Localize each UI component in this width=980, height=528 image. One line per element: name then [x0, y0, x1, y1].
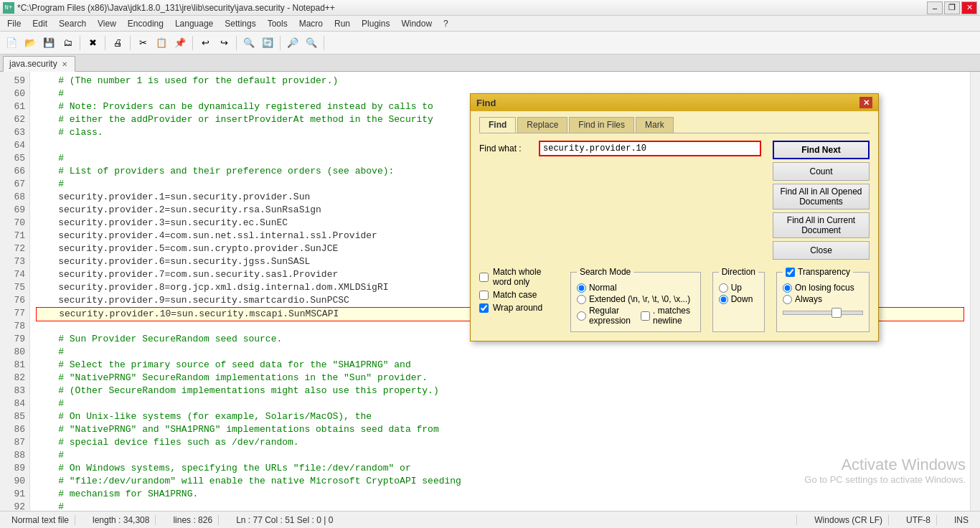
direction-up-radio[interactable]	[719, 283, 728, 293]
menu-item-view[interactable]: View	[92, 17, 122, 30]
menu-bar: FileEditSearchViewEncodingLanguageSettin…	[0, 16, 980, 32]
find-buttons: Find Next Count Find All in All OpenedDo…	[773, 141, 870, 260]
toolbar-print[interactable]: 🖨	[109, 34, 126, 52]
menu-item-encoding[interactable]: Encoding	[122, 17, 169, 30]
find-dialog-close-button[interactable]: ✕	[859, 97, 872, 108]
transparency-always-radio[interactable]	[783, 295, 792, 304]
direction-down-row[interactable]: Down	[719, 294, 758, 304]
find-tab-replace[interactable]: Replace	[517, 117, 567, 133]
menu-item-tools[interactable]: Tools	[262, 17, 293, 30]
toolbar-replace[interactable]: 🔄	[259, 34, 276, 52]
direction-down-radio[interactable]	[719, 295, 728, 304]
search-normal-radio[interactable]	[577, 283, 586, 293]
line-number-66: 66	[0, 165, 25, 178]
toolbar: 📄 📂 💾 🗂 ✖ 🖨 ✂ 📋 📌 ↩ ↪ 🔍 🔄 🔎 🔍	[0, 32, 980, 55]
toolbar-save-all[interactable]: 🗂	[59, 34, 76, 52]
toolbar-undo[interactable]: ↩	[197, 34, 214, 52]
menu-item-search[interactable]: Search	[53, 17, 92, 30]
search-extended-row[interactable]: Extended (\n, \r, \t, \0, \x...)	[577, 294, 694, 304]
menu-item-macro[interactable]: Macro	[293, 17, 329, 30]
match-case-row[interactable]: Match case	[479, 290, 547, 300]
tab-close-button[interactable]: ✕	[60, 60, 69, 68]
search-extended-radio[interactable]	[577, 295, 586, 304]
toolbar-sep-1	[80, 36, 80, 50]
menu-item-plugins[interactable]: Plugins	[356, 17, 395, 30]
find-what-row: Find what :	[479, 141, 761, 156]
toolbar-open[interactable]: 📂	[22, 34, 39, 52]
toolbar-new[interactable]: 📄	[3, 34, 20, 52]
search-regex-radio[interactable]	[577, 311, 586, 321]
search-normal-row[interactable]: Normal	[577, 283, 694, 293]
code-line-84: #	[36, 397, 964, 410]
toolbar-zoom-in[interactable]: 🔎	[284, 34, 301, 52]
close-button[interactable]: Close	[773, 241, 870, 260]
match-case-checkbox[interactable]	[479, 291, 489, 300]
find-tab-mark[interactable]: Mark	[636, 117, 674, 133]
menu-item-?[interactable]: ?	[438, 17, 454, 30]
search-mode-group: Search Mode Normal Extended (\n, \r, \t,…	[570, 267, 701, 332]
line-number-76: 76	[0, 294, 25, 307]
line-number-61: 61	[0, 100, 25, 113]
line-number-81: 81	[0, 359, 25, 372]
transparency-always-row[interactable]: Always	[783, 294, 863, 304]
menu-item-settings[interactable]: Settings	[219, 17, 261, 30]
toolbar-copy[interactable]: 📋	[153, 34, 170, 52]
find-dialog-title[interactable]: Find ✕	[471, 94, 878, 111]
toolbar-save[interactable]: 💾	[40, 34, 57, 52]
matches-newline-checkbox[interactable]	[641, 311, 650, 321]
toolbar-cut[interactable]: ✂	[134, 34, 151, 52]
find-options: Match whole word only Match case Wrap ar…	[479, 267, 870, 332]
find-next-button[interactable]: Find Next	[773, 141, 870, 159]
wrap-around-row[interactable]: Wrap around	[479, 303, 547, 313]
find-tab-find[interactable]: Find	[479, 117, 516, 133]
line-number-75: 75	[0, 281, 25, 294]
direction-up-row[interactable]: Up	[719, 283, 758, 293]
toolbar-sep-2	[105, 36, 105, 50]
line-number-89: 89	[0, 462, 25, 475]
close-button[interactable]: ✕	[961, 1, 977, 14]
minimize-button[interactable]: –	[927, 1, 943, 14]
direction-legend: Direction	[719, 267, 758, 277]
find-what-input[interactable]	[539, 141, 761, 156]
transparency-slider[interactable]	[783, 311, 863, 315]
line-number-64: 64	[0, 139, 25, 152]
toolbar-paste[interactable]: 📌	[171, 34, 189, 52]
wrap-around-checkbox[interactable]	[479, 303, 489, 313]
menu-item-file[interactable]: File	[1, 17, 27, 30]
line-number-82: 82	[0, 372, 25, 385]
transparency-on-losing-focus-radio[interactable]	[783, 283, 792, 293]
line-number-59: 59	[0, 75, 25, 88]
transparency-slider-container	[783, 307, 863, 317]
editor-scrollbar[interactable]	[970, 72, 980, 511]
menu-item-window[interactable]: Window	[395, 17, 438, 30]
transparency-checkbox[interactable]	[786, 268, 795, 277]
find-all-opened-button[interactable]: Find All in All OpenedDocuments	[773, 184, 870, 209]
title-bar: N+ *C:\Program Files (x86)\Java\jdk1.8.0…	[0, 0, 980, 16]
search-regex-label: Regular expression	[589, 306, 633, 326]
match-whole-word-row[interactable]: Match whole word only	[479, 267, 547, 287]
maximize-button[interactable]: ❐	[944, 1, 960, 14]
status-line-ending: Windows (CR LF)	[809, 515, 889, 525]
menu-item-edit[interactable]: Edit	[27, 17, 53, 30]
search-regex-row[interactable]: Regular expression . matches newline	[577, 306, 694, 326]
menu-item-language[interactable]: Language	[169, 17, 219, 30]
transparency-check-row[interactable]: Transparency	[786, 267, 850, 277]
match-whole-word-checkbox[interactable]	[479, 273, 489, 282]
find-dialog-title-text: Find	[476, 98, 496, 108]
direction-group: Direction Up Down	[712, 267, 765, 332]
line-number-83: 83	[0, 385, 25, 397]
tab-java-security[interactable]: java.security ✕	[3, 56, 75, 72]
line-number-91: 91	[0, 488, 25, 501]
menu-item-run[interactable]: Run	[329, 17, 356, 30]
find-tab-find-in-files[interactable]: Find in Files	[569, 117, 634, 133]
status-encoding: UTF-8	[900, 515, 937, 525]
code-line-59: # (The number 1 is used for the default …	[36, 75, 964, 88]
code-line-87: # special device files such as /dev/rand…	[36, 436, 964, 449]
toolbar-close[interactable]: ✖	[84, 34, 101, 52]
count-button[interactable]: Count	[773, 162, 870, 181]
toolbar-zoom-out[interactable]: 🔍	[303, 34, 320, 52]
toolbar-find[interactable]: 🔍	[240, 34, 258, 52]
toolbar-redo[interactable]: ↪	[215, 34, 232, 52]
find-all-current-button[interactable]: Find All in CurrentDocument	[773, 212, 870, 238]
transparency-on-losing-focus-row[interactable]: On losing focus	[783, 283, 863, 293]
